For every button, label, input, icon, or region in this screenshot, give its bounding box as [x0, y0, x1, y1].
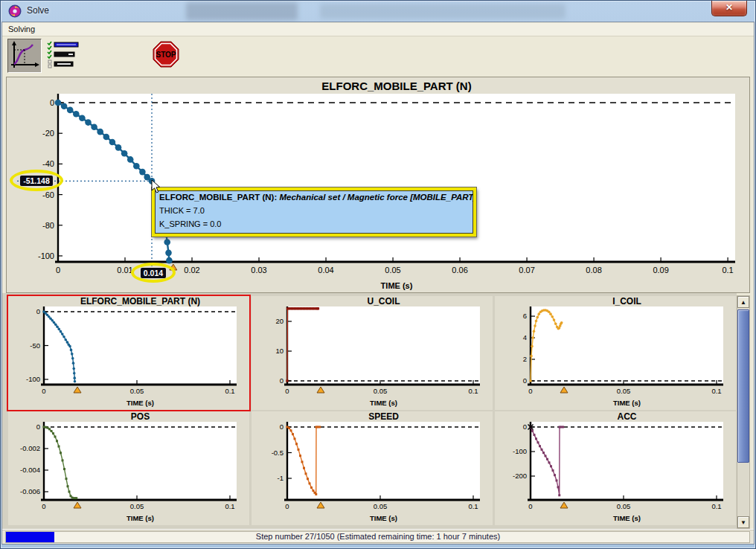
- svg-text:0.1: 0.1: [711, 502, 721, 510]
- svg-text:-100: -100: [38, 251, 54, 260]
- svg-text:0: 0: [285, 502, 289, 510]
- svg-text:TIME (s): TIME (s): [613, 399, 641, 407]
- svg-text:U_COIL: U_COIL: [367, 296, 400, 306]
- svg-text:-20: -20: [42, 129, 54, 138]
- toolbar: STOP: [2, 36, 754, 77]
- close-button[interactable]: ✕: [711, 1, 747, 16]
- stop-sign-icon: STOP: [153, 41, 179, 68]
- svg-text:0: 0: [280, 423, 284, 431]
- tooltip-param-thick: THICK = 7.0: [159, 206, 469, 215]
- chart-thumb-elforc[interactable]: ELFORC_MOBILE_PART (N)00.050.10-50-100TI…: [8, 296, 249, 410]
- chart-thumb-acc[interactable]: ACC00.050.10-100-200TIME (s): [495, 411, 736, 525]
- svg-text:0: 0: [36, 307, 40, 315]
- svg-text:-1: -1: [278, 474, 284, 482]
- svg-text:0.1: 0.1: [722, 266, 733, 274]
- svg-text:STOP: STOP: [156, 51, 176, 59]
- svg-text:0.02: 0.02: [184, 266, 199, 274]
- svg-text:TIME (s): TIME (s): [381, 281, 413, 290]
- menu-item-solving[interactable]: Solving: [2, 23, 41, 35]
- scroll-up-button[interactable]: ▲: [737, 296, 749, 308]
- svg-text:0: 0: [528, 502, 532, 510]
- svg-text:TIME (s): TIME (s): [126, 514, 154, 522]
- chart-thumb-pos[interactable]: POS00.050.10-0.002-0.004-0.006TIME (s): [8, 411, 249, 525]
- glass-reflection: [320, 4, 566, 19]
- svg-text:TIME (s): TIME (s): [370, 514, 397, 522]
- svg-text:0.06: 0.06: [452, 266, 467, 274]
- svg-text:0: 0: [523, 423, 527, 431]
- svg-text:0: 0: [523, 376, 527, 385]
- svg-text:0.08: 0.08: [586, 266, 601, 274]
- step-list-icon: [46, 39, 80, 71]
- svg-text:0.05: 0.05: [385, 266, 400, 274]
- svg-text:0: 0: [280, 376, 284, 385]
- statusbar: Step number 27/1050 (Estimated remaining…: [2, 529, 754, 544]
- main-chart-elforc[interactable]: ELFORC_MOBILE_PART (N)00.010.020.030.040…: [6, 77, 750, 293]
- svg-text:20: 20: [275, 317, 284, 325]
- svg-text:ACC: ACC: [618, 411, 637, 422]
- tooltip-title-detail: Mechanical set / Magnetic force [MOBILE_…: [277, 193, 476, 202]
- stop-button[interactable]: STOP: [153, 41, 179, 68]
- svg-text:0.1: 0.1: [225, 502, 234, 510]
- svg-text:TIME (s): TIME (s): [126, 399, 154, 407]
- svg-text:-80: -80: [42, 221, 54, 230]
- svg-text:ELFORC_MOBILE_PART (N): ELFORC_MOBILE_PART (N): [80, 296, 200, 306]
- svg-text:0.04: 0.04: [318, 266, 333, 274]
- flux-app-icon: [8, 4, 22, 18]
- svg-text:0.05: 0.05: [130, 502, 144, 510]
- svg-text:10: 10: [275, 347, 284, 355]
- titlebar[interactable]: Solve ✕: [0, 0, 756, 22]
- svg-text:0.05: 0.05: [374, 502, 388, 510]
- svg-text:0.05: 0.05: [617, 502, 631, 510]
- svg-text:0: 0: [528, 387, 532, 395]
- svg-text:0.1: 0.1: [711, 387, 721, 395]
- svg-text:6: 6: [523, 312, 527, 320]
- scroll-down-button[interactable]: ▼: [737, 516, 749, 528]
- step-list-button[interactable]: [46, 39, 82, 73]
- scrollbar-thumb[interactable]: [737, 309, 749, 463]
- status-text: Step number 27/1050 (Estimated remaining…: [2, 532, 754, 541]
- x-value-label: 0.014: [141, 268, 166, 278]
- chart-thumb-speed[interactable]: SPEED00.050.10-0.5-1TIME (s): [252, 411, 493, 525]
- svg-text:0.09: 0.09: [653, 266, 668, 274]
- svg-text:0.05: 0.05: [130, 387, 144, 395]
- chart-thumb-ucoil[interactable]: U_COIL00.050.101020TIME (s): [252, 296, 493, 410]
- chart-thumb-icoil[interactable]: I_COIL00.050.10246TIME (s): [495, 296, 736, 410]
- svg-text:-40: -40: [42, 159, 54, 168]
- menubar: Solving: [2, 23, 754, 36]
- y-value-highlight-ellipse: -51.148: [10, 170, 63, 191]
- glass-reflection: [186, 2, 298, 20]
- mouse-cursor-icon: [151, 179, 163, 194]
- svg-text:4: 4: [523, 333, 527, 341]
- curve-monitor-button[interactable]: [7, 39, 42, 73]
- svg-text:0: 0: [36, 423, 40, 431]
- svg-text:-50: -50: [30, 341, 40, 350]
- window-title: Solve: [27, 5, 49, 16]
- svg-text:-0.5: -0.5: [272, 449, 284, 457]
- svg-text:0: 0: [285, 387, 289, 395]
- svg-text:0.1: 0.1: [225, 387, 234, 395]
- svg-text:0: 0: [56, 266, 60, 274]
- svg-text:SPEED: SPEED: [368, 411, 399, 422]
- svg-text:-0.006: -0.006: [20, 487, 40, 495]
- svg-text:0: 0: [42, 387, 45, 395]
- svg-text:0: 0: [50, 98, 54, 107]
- curve-tooltip: ELFORC_MOBILE_PART (N): Mechanical set /…: [152, 187, 476, 237]
- svg-text:ELFORC_MOBILE_PART (N): ELFORC_MOBILE_PART (N): [321, 80, 471, 92]
- svg-text:-100: -100: [26, 375, 40, 383]
- svg-text:TIME (s): TIME (s): [613, 514, 641, 522]
- svg-text:0.07: 0.07: [519, 266, 534, 274]
- solve-window: Solve ✕ Solving: [0, 0, 756, 549]
- svg-text:TIME (s): TIME (s): [370, 399, 397, 407]
- svg-text:0.05: 0.05: [617, 387, 631, 395]
- svg-text:-60: -60: [42, 190, 54, 199]
- vertical-scrollbar[interactable]: ▲ ▼: [737, 295, 750, 529]
- svg-text:0.03: 0.03: [251, 266, 266, 274]
- curve-plot-icon: [8, 39, 41, 72]
- svg-text:0.1: 0.1: [468, 387, 478, 395]
- svg-text:0.05: 0.05: [374, 387, 388, 395]
- svg-text:-200: -200: [513, 472, 527, 480]
- svg-text:0: 0: [42, 502, 45, 510]
- tooltip-param-kspring: K_SPRING = 0.0: [159, 219, 469, 228]
- x-value-highlight-ellipse: 0.014: [131, 263, 176, 283]
- y-value-label: -51.148: [20, 176, 53, 186]
